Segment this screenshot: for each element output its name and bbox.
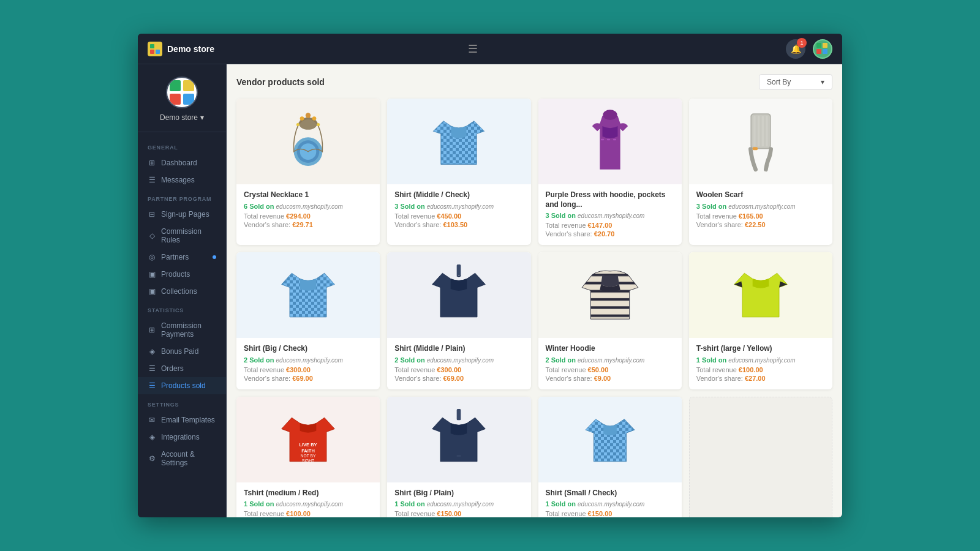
sidebar-item-integrations[interactable]: ◈ Integrations	[138, 429, 226, 446]
sidebar-item-messages[interactable]: ☰ Messages	[138, 171, 226, 189]
store-link[interactable]: educosm.myshopify.com	[276, 203, 343, 210]
store-link[interactable]: educosm.myshopify.com	[427, 203, 494, 210]
dropdown-chevron-icon: ▾	[821, 78, 824, 86]
profile-name[interactable]: Demo store ▾	[160, 113, 204, 122]
sidebar-item-products-sold[interactable]: ☰ Products sold	[138, 377, 226, 394]
store-link[interactable]: educosm.myshopify.com	[276, 357, 343, 364]
content-area: Vendor products sold Sort By ▾	[227, 64, 842, 517]
product-sold: 2 Sold on educosm.myshopify.com	[244, 356, 372, 364]
sidebar-item-label: Bonus Paid	[161, 347, 198, 356]
store-link[interactable]: educosm.myshopify.com	[427, 357, 494, 364]
product-image	[387, 397, 530, 482]
product-name: Shirt (Big / Plain)	[394, 489, 523, 498]
sidebar-item-products[interactable]: ▣ Products	[138, 266, 226, 283]
product-card[interactable]: T-shirt (large / Yellow) 1 Sold on educo…	[689, 252, 832, 389]
profile-avatar	[166, 77, 198, 108]
store-link[interactable]: educosm.myshopify.com	[427, 501, 494, 508]
svg-rect-5	[823, 43, 827, 48]
product-card[interactable]: Purple Dress with hoodie, pockets and lo…	[538, 99, 682, 245]
commission-payments-icon: ⊞	[148, 326, 156, 334]
product-info: Shirt (Big / Check) 2 Sold on educosm.my…	[236, 338, 380, 389]
store-link[interactable]: educosm.myshopify.com	[276, 501, 343, 508]
product-sold: 1 Sold on educosm.myshopify.com	[244, 500, 372, 508]
product-revenue: Total revenue €147.00	[546, 222, 674, 229]
svg-rect-46	[457, 455, 461, 457]
sort-by-dropdown[interactable]: Sort By ▾	[759, 74, 832, 90]
svg-rect-6	[816, 49, 821, 54]
product-vendor-share: Vendor's share: €29.71	[244, 221, 372, 228]
sidebar-item-label: Sign-up Pages	[161, 210, 209, 219]
sidebar-item-label: Messages	[161, 176, 195, 184]
sidebar-item-label: Dashboard	[161, 159, 197, 167]
sidebar-item-label: Account & Settings	[161, 450, 216, 467]
topbar: Demo store ☰ 🔔 1	[138, 34, 842, 64]
svg-text:NOT BY: NOT BY	[301, 454, 316, 458]
products-sold-icon: ☰	[148, 381, 156, 390]
product-sold: 3 Sold on educosm.myshopify.com	[394, 203, 523, 210]
product-info: Purple Dress with hoodie, pockets and lo…	[538, 184, 682, 245]
product-card[interactable]: Shirt (Small / Check) 1 Sold on educosm.…	[538, 397, 682, 517]
product-name: Shirt (Big / Check)	[244, 344, 372, 354]
product-sold: 6 Sold on educosm.myshopify.com	[244, 203, 372, 210]
product-sold: 2 Sold on educosm.myshopify.com	[546, 356, 674, 364]
sidebar-section-general: GENERAL	[138, 137, 226, 154]
user-avatar[interactable]	[813, 39, 832, 59]
partners-icon: ◎	[148, 253, 156, 261]
sidebar-item-commission-rules[interactable]: ◇ Commission Rules	[138, 223, 226, 249]
store-link[interactable]: educosm.myshopify.com	[578, 357, 644, 364]
product-card[interactable]: LIVE BY FAITH NOT BY SIGHT Tshirt (mediu…	[236, 397, 380, 517]
product-card[interactable]: Shirt (Middle / Plain) 2 Sold on educosm…	[387, 252, 530, 389]
dropdown-arrow: ▾	[200, 113, 204, 122]
sidebar-item-commission-payments[interactable]: ⊞ Commission Payments	[138, 317, 226, 343]
collections-icon: ▣	[148, 287, 156, 296]
menu-icon[interactable]: ☰	[468, 42, 478, 56]
product-sold: 1 Sold on educosm.myshopify.com	[696, 356, 825, 364]
store-link[interactable]: educosm.myshopify.com	[578, 501, 644, 508]
store-link[interactable]: educosm.myshopify.com	[728, 203, 795, 210]
sidebar-item-account-settings[interactable]: ⚙ Account & Settings	[138, 446, 226, 471]
product-card[interactable]: Crystal Necklace 1 6 Sold on educosm.mys…	[236, 99, 380, 245]
product-card[interactable]: Shirt (Big / Plain) 1 Sold on educosm.my…	[387, 397, 530, 517]
sidebar-item-bonus-paid[interactable]: ◈ Bonus Paid	[138, 343, 226, 360]
product-vendor-share: Vendor's share: €27.00	[696, 375, 825, 382]
svg-point-17	[306, 113, 311, 118]
sidebar-item-partners[interactable]: ◎ Partners	[138, 249, 226, 266]
product-revenue: Total revenue €294.00	[244, 212, 372, 220]
sidebar-item-label: Products sold	[161, 381, 206, 390]
product-card[interactable]: Shirt (Middle / Check) 3 Sold on educosm…	[387, 99, 530, 245]
orders-icon: ☰	[148, 364, 156, 373]
topbar-logo: Demo store	[148, 42, 456, 56]
product-info: Shirt (Middle / Plain) 2 Sold on educosm…	[387, 338, 530, 389]
product-info: Woolen Scarf 3 Sold on educosm.myshopify…	[689, 184, 832, 236]
product-card[interactable]: Woolen Scarf 3 Sold on educosm.myshopify…	[689, 99, 832, 245]
sidebar-item-orders[interactable]: ☰ Orders	[138, 360, 226, 377]
product-sold: 2 Sold on educosm.myshopify.com	[394, 356, 523, 364]
svg-rect-2	[150, 50, 154, 54]
sidebar-profile: Demo store ▾	[138, 64, 226, 132]
sidebar-item-signup-pages[interactable]: ⊟ Sign-up Pages	[138, 206, 226, 223]
sidebar-section-settings: SETTINGS	[138, 394, 226, 411]
page-title: Vendor products sold	[236, 77, 325, 87]
sidebar-item-email-templates[interactable]: ✉ Email Templates	[138, 411, 226, 429]
product-revenue: Total revenue €300.00	[394, 366, 523, 373]
product-info: Winter Hoodie 2 Sold on educosm.myshopif…	[538, 338, 682, 389]
store-link[interactable]: educosm.myshopify.com	[728, 357, 795, 364]
svg-rect-32	[762, 116, 764, 146]
product-image	[538, 99, 682, 184]
product-sold: 1 Sold on educosm.myshopify.com	[394, 500, 523, 508]
product-info: T-shirt (large / Yellow) 1 Sold on educo…	[689, 338, 832, 389]
store-link[interactable]: educosm.myshopify.com	[578, 212, 644, 219]
svg-point-18	[312, 116, 317, 121]
sidebar-item-label: Partners	[161, 253, 189, 261]
product-card[interactable]: Shirt (Big / Check) 2 Sold on educosm.my…	[236, 252, 380, 389]
svg-rect-9	[183, 80, 194, 91]
sidebar-section-partner: PARTNER PROGRAM	[138, 189, 226, 206]
product-card[interactable]: Winter Hoodie 2 Sold on educosm.myshopif…	[538, 252, 682, 389]
sidebar-item-label: Integrations	[161, 433, 200, 441]
notification-button[interactable]: 🔔 1	[786, 39, 805, 59]
product-info: Shirt (Middle / Check) 3 Sold on educosm…	[387, 184, 530, 236]
sidebar-item-dashboard[interactable]: ⊞ Dashboard	[138, 154, 226, 171]
svg-rect-30	[753, 116, 755, 146]
sidebar-item-collections[interactable]: ▣ Collections	[138, 283, 226, 300]
product-name: T-shirt (large / Yellow)	[696, 344, 825, 354]
